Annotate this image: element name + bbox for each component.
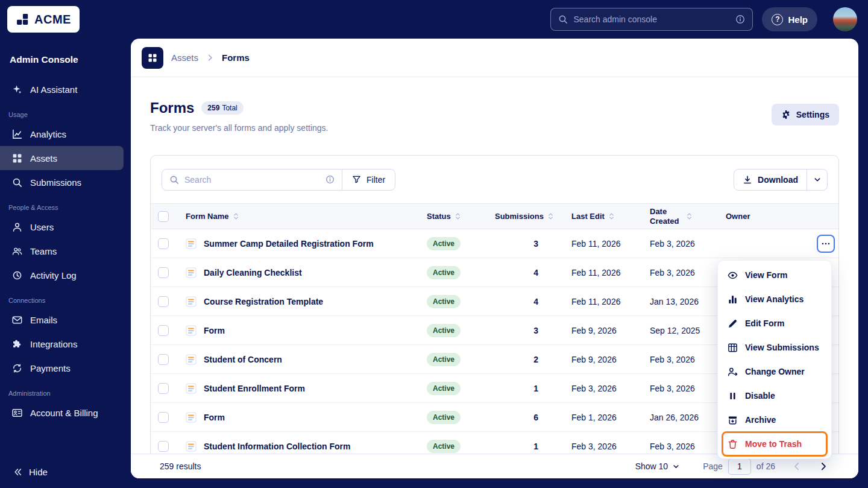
sidebar-item-ai-assistant[interactable]: AI Assistant — [0, 77, 124, 101]
column-header-date-created[interactable]: Date Created — [650, 207, 726, 226]
grid-icon — [12, 153, 22, 163]
column-label: Status — [427, 212, 451, 221]
sidebar-item-submissions[interactable]: Submissions — [0, 170, 124, 194]
form-icon — [186, 441, 197, 452]
sidebar-item-label: Assets — [30, 153, 57, 163]
form-name[interactable]: Course Registration Template — [204, 297, 323, 306]
form-name[interactable]: Summer Camp Detailed Registration Form — [204, 239, 374, 249]
more-dots-icon — [821, 239, 831, 249]
pagination: Show 10 Page of 26 — [635, 458, 829, 475]
column-header-owner[interactable]: Owner — [726, 212, 812, 221]
download-button[interactable]: Download — [734, 170, 807, 190]
form-name[interactable]: Student Enrollment Form — [204, 384, 305, 393]
status-badge: Active — [427, 237, 461, 250]
column-header-status[interactable]: Status — [427, 212, 495, 221]
admin-search-input[interactable] — [573, 14, 730, 24]
sidebar-section-usage: Usage — [0, 111, 131, 118]
page-size-select[interactable]: Show 10 — [635, 461, 680, 471]
sidebar-item-users[interactable]: Users — [0, 215, 124, 239]
form-name[interactable]: Daily Cleaning Checklist — [204, 268, 302, 277]
hide-sidebar-button[interactable]: Hide — [6, 462, 55, 482]
column-header-form-name[interactable]: Form Name — [176, 212, 427, 221]
help-button[interactable]: ? Help — [762, 7, 817, 31]
menu-item-edit-form[interactable]: Edit Form — [718, 311, 831, 335]
topbar-right: ? Help — [550, 7, 857, 31]
download-group: Download — [734, 169, 828, 191]
breadcrumb-assets[interactable]: Assets — [171, 52, 198, 63]
row-checkbox[interactable] — [158, 441, 169, 452]
download-caret-button[interactable] — [807, 170, 827, 190]
column-header-last-edit[interactable]: Last Edit — [571, 212, 650, 221]
row-checkbox[interactable] — [158, 354, 169, 365]
trash-icon — [728, 439, 738, 449]
archive-icon — [728, 415, 738, 425]
filter-button[interactable]: Filter — [342, 170, 395, 190]
topbar: ACME ? Help — [0, 0, 868, 39]
row-checkbox[interactable] — [158, 267, 169, 278]
sidebar-item-label: Users — [30, 222, 54, 232]
sidebar-item-teams[interactable]: Teams — [0, 239, 124, 263]
sidebar-item-assets[interactable]: Assets — [0, 146, 124, 170]
help-label: Help — [788, 14, 808, 25]
submissions-count: 3 — [495, 239, 571, 249]
row-checkbox[interactable] — [158, 383, 169, 394]
sidebar-item-label: Account & Billing — [30, 408, 98, 418]
menu-item-view-analytics[interactable]: View Analytics — [718, 287, 831, 311]
avatar[interactable] — [833, 7, 857, 31]
select-all-checkbox[interactable] — [158, 211, 169, 222]
row-checkbox[interactable] — [158, 325, 169, 336]
hide-label: Hide — [29, 467, 48, 477]
previous-page-button[interactable] — [791, 460, 803, 472]
date-created: Jan 26, 2026 — [650, 413, 726, 422]
menu-item-disable[interactable]: Disable — [718, 384, 831, 408]
row-checkbox[interactable] — [158, 412, 169, 423]
column-label: Date Created — [650, 207, 682, 226]
table-search[interactable] — [162, 170, 342, 190]
form-name[interactable]: Student of Concern — [204, 355, 282, 364]
download-label: Download — [758, 175, 798, 185]
download-icon — [743, 175, 752, 185]
form-icon — [186, 412, 197, 423]
menu-item-change-owner[interactable]: Change Owner — [718, 360, 831, 384]
admin-search[interactable] — [550, 8, 753, 31]
form-name[interactable]: Student Information Collection Form — [204, 442, 350, 451]
acme-logo-icon — [16, 13, 29, 26]
sidebar-item-label: Teams — [30, 246, 57, 256]
acme-logo[interactable]: ACME — [7, 6, 80, 33]
submissions-count: 3 — [495, 326, 571, 335]
row-checkbox[interactable] — [158, 238, 169, 249]
sidebar-item-payments[interactable]: Payments — [0, 356, 124, 380]
table-search-input[interactable] — [184, 175, 320, 185]
page-number-input[interactable] — [728, 458, 751, 475]
sidebar-item-integrations[interactable]: Integrations — [0, 332, 124, 356]
table-toolbar: Filter Download — [151, 156, 838, 203]
status-badge: Active — [427, 266, 461, 279]
page-navigator: Page of 26 — [703, 458, 775, 475]
status-badge: Active — [427, 382, 461, 395]
form-name[interactable]: Form — [204, 413, 225, 422]
sidebar-item-account-billing[interactable]: Account & Billing — [0, 401, 124, 425]
sidebar-item-activity-log[interactable]: Activity Log — [0, 263, 124, 287]
menu-item-label: Change Owner — [745, 367, 805, 376]
column-label: Owner — [726, 212, 750, 221]
info-icon — [735, 14, 745, 24]
menu-item-view-form[interactable]: View Form — [718, 263, 831, 287]
bar-chart-icon — [728, 294, 738, 305]
column-header-submissions[interactable]: Submissions — [495, 212, 571, 221]
gear-icon — [781, 110, 791, 119]
settings-button[interactable]: Settings — [772, 104, 839, 125]
menu-item-move-to-trash[interactable]: Move to Trash — [718, 432, 831, 456]
form-icon — [186, 383, 197, 394]
menu-item-view-submissions[interactable]: View Submissions — [718, 335, 831, 360]
sidebar-item-analytics[interactable]: Analytics — [0, 122, 124, 146]
row-checkbox[interactable] — [158, 296, 169, 307]
column-label: Last Edit — [571, 212, 605, 221]
next-page-button[interactable] — [817, 460, 829, 472]
chevron-right-icon — [819, 461, 828, 471]
search-icon — [12, 177, 22, 188]
table-row[interactable]: Summer Camp Detailed Registration Form A… — [151, 229, 838, 258]
row-actions-button[interactable] — [817, 235, 835, 253]
form-name[interactable]: Form — [204, 326, 225, 335]
sidebar-item-emails[interactable]: Emails — [0, 308, 124, 332]
menu-item-archive[interactable]: Archive — [718, 408, 831, 432]
